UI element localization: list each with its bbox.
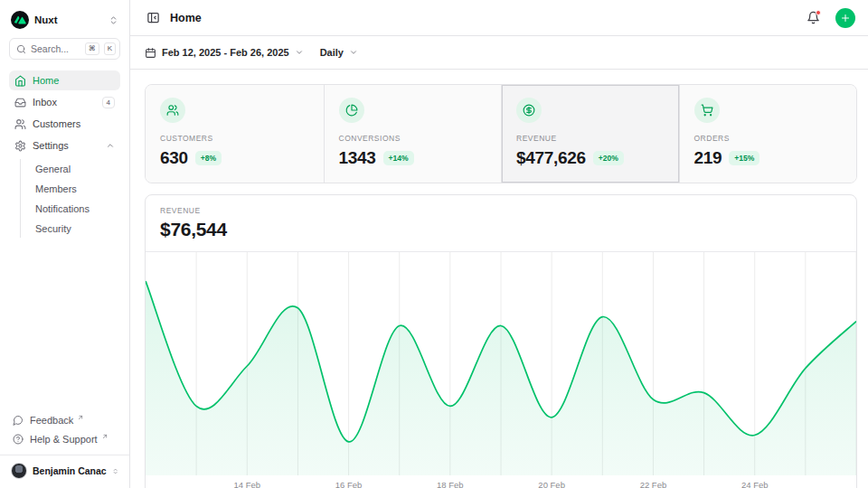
main-area: Home Feb 12, 2025 - Feb 26, 2025 Daily	[130, 0, 868, 488]
inbox-icon	[14, 97, 26, 108]
chart-header: REVENUE $76,544	[146, 195, 856, 252]
shopping-cart-icon	[701, 104, 713, 117]
stat-value: 1343	[339, 148, 376, 168]
chevrons-up-down-icon	[108, 15, 118, 25]
stat-label: REVENUE	[516, 134, 665, 143]
page-title: Home	[170, 12, 797, 24]
plus-icon	[840, 13, 851, 23]
workspace-switcher[interactable]: Nuxt	[9, 7, 120, 38]
avatar	[11, 463, 27, 479]
kbd-meta: ⌘	[85, 42, 99, 55]
chevron-down-icon	[295, 48, 304, 57]
chart-label: REVENUE	[160, 206, 842, 215]
x-axis-tick-label: 18 Feb	[437, 480, 464, 488]
x-axis-tick-label: 14 Feb	[233, 480, 260, 488]
home-icon	[14, 75, 26, 87]
sidebar-item-label: Settings	[33, 140, 99, 151]
nuxt-logo-icon	[11, 11, 29, 29]
user-menu[interactable]: Benjamin Canac	[0, 455, 129, 481]
x-axis-tick-label: 16 Feb	[335, 480, 363, 488]
sidebar-item-inbox[interactable]: Inbox 4	[9, 92, 120, 112]
sidebar-item-general[interactable]: General	[32, 159, 120, 178]
notification-dot	[816, 10, 821, 15]
sidebar-item-security[interactable]: Security	[32, 219, 120, 238]
content: CUSTOMERS 630 +8% CONVERSIONS 1343 +14%	[130, 70, 868, 488]
sidebar-item-members[interactable]: Members	[32, 179, 120, 198]
sidebar-item-label: Home	[33, 75, 115, 86]
message-circle-icon	[13, 415, 24, 426]
stat-card-revenue[interactable]: REVENUE $477,626 +20%	[501, 85, 679, 183]
kbd-k: K	[104, 42, 116, 55]
circle-dollar-icon	[523, 104, 535, 117]
sidebar-item-label: Inbox	[33, 97, 96, 108]
sidebar-item-home[interactable]: Home	[9, 70, 120, 90]
x-axis-tick-label: 22 Feb	[640, 480, 667, 488]
calendar-icon	[145, 47, 156, 59]
collapse-sidebar-button[interactable]	[145, 9, 162, 26]
external-link-icon	[101, 433, 108, 440]
help-circle-icon	[13, 434, 24, 445]
stats-grid: CUSTOMERS 630 +8% CONVERSIONS 1343 +14%	[145, 84, 857, 183]
revenue-area-chart[interactable]: 14 Feb16 Feb18 Feb20 Feb22 Feb24 Feb	[146, 252, 856, 488]
stat-delta-badge: +14%	[383, 151, 414, 165]
chart-pie-icon	[345, 104, 358, 117]
date-range-label: Feb 12, 2025 - Feb 26, 2025	[162, 47, 289, 58]
external-link-icon	[77, 414, 84, 421]
stat-delta-badge: +20%	[593, 151, 624, 165]
filter-toolbar: Feb 12, 2025 - Feb 26, 2025 Daily	[130, 36, 868, 70]
sidebar-spacer	[9, 238, 120, 410]
settings-gear-icon	[14, 140, 26, 152]
stat-delta-badge: +15%	[729, 151, 760, 165]
search-placeholder: Search...	[31, 43, 80, 54]
stat-value: 219	[694, 148, 722, 168]
notifications-button[interactable]	[805, 9, 822, 26]
stat-icon-circle	[516, 98, 542, 123]
top-bar: Home	[130, 0, 868, 36]
user-name: Benjamin Canac	[33, 465, 107, 476]
feedback-link[interactable]: Feedback	[9, 410, 120, 429]
sidebar-nav: Home Inbox 4 Customers Settings General …	[9, 70, 120, 238]
revenue-chart-card: REVENUE $76,544 14 Feb16 Feb18 Feb20 Feb…	[145, 194, 857, 488]
help-support-label: Help & Support	[30, 434, 98, 445]
stat-card-orders[interactable]: ORDERS 219 +15%	[679, 85, 857, 183]
stat-delta-badge: +8%	[195, 151, 222, 165]
date-range-picker[interactable]: Feb 12, 2025 - Feb 26, 2025	[145, 47, 304, 59]
stat-label: ORDERS	[694, 134, 843, 143]
stat-label: CONVERSIONS	[339, 134, 487, 143]
sidebar-item-label: Customers	[33, 118, 115, 129]
add-button[interactable]	[835, 8, 855, 28]
search-input[interactable]: Search... ⌘ K	[9, 38, 120, 60]
stat-icon-circle	[339, 98, 364, 123]
workspace-name: Nuxt	[34, 14, 103, 25]
feedback-label: Feedback	[30, 415, 73, 426]
sidebar: Nuxt Search... ⌘ K Home Inbox 4 Customer…	[0, 0, 130, 488]
chevrons-up-down-icon	[112, 466, 118, 476]
period-label: Daily	[320, 47, 344, 58]
stat-label: CUSTOMERS	[160, 134, 309, 143]
chevron-up-icon	[106, 141, 115, 150]
sidebar-item-settings[interactable]: Settings	[9, 136, 120, 155]
period-select[interactable]: Daily	[320, 47, 358, 58]
app-window: Nuxt Search... ⌘ K Home Inbox 4 Customer…	[0, 0, 868, 488]
x-axis-tick-label: 24 Feb	[741, 480, 769, 488]
search-icon	[16, 44, 26, 54]
settings-submenu: General Members Notifications Security	[20, 159, 120, 238]
users-icon	[14, 118, 26, 130]
stat-value: 630	[160, 148, 188, 168]
stat-card-customers[interactable]: CUSTOMERS 630 +8%	[146, 85, 324, 183]
inbox-count-badge: 4	[102, 97, 115, 108]
sidebar-item-notifications[interactable]: Notifications	[32, 199, 120, 218]
chevron-down-icon	[349, 48, 358, 57]
sidebar-item-customers[interactable]: Customers	[9, 114, 120, 134]
chart-value: $76,544	[160, 219, 842, 240]
users-icon	[166, 104, 179, 117]
x-axis-tick-label: 20 Feb	[538, 480, 565, 488]
stat-icon-circle	[694, 98, 720, 123]
stat-icon-circle	[160, 98, 185, 123]
stat-card-conversions[interactable]: CONVERSIONS 1343 +14%	[324, 85, 502, 183]
panel-left-icon	[146, 11, 160, 24]
stat-value: $477,626	[516, 148, 586, 168]
help-support-link[interactable]: Help & Support	[9, 429, 120, 448]
